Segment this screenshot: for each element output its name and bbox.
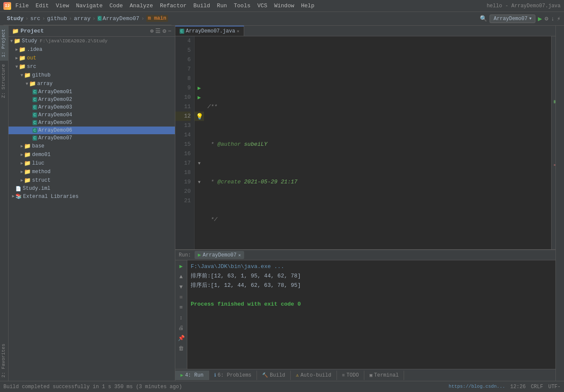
code-editor[interactable]: 4 5 6 7 8 9 10 11 12 13 14 15 16 17 18 1… xyxy=(175,36,555,249)
run-config-label: ArrayDemo07 xyxy=(493,16,527,22)
tree-arraydemo02[interactable]: CArrayDemo02 xyxy=(9,96,175,103)
fold-icon-19[interactable]: ▼ xyxy=(195,177,204,187)
tree-external-libs[interactable]: ►📚External Libraries xyxy=(9,192,175,200)
menu-view[interactable]: View xyxy=(56,3,69,9)
menu-build[interactable]: Build xyxy=(193,3,210,9)
menu-bar[interactable]: File Edit View Navigate Code Analyze Ref… xyxy=(15,3,314,9)
search-toolbar-icon[interactable]: 🔍 xyxy=(480,15,487,22)
autobuild-tab-icon: ⚠ xyxy=(296,372,299,378)
tab-close-button[interactable]: ✕ xyxy=(237,29,239,34)
tree-arrow-demo01: ► xyxy=(21,153,23,157)
run-icon-small: ▶ xyxy=(198,252,201,258)
bulb-icon[interactable]: 💡 xyxy=(195,112,204,121)
breadcrumb-arraydemo07[interactable]: C ArrayDemo07 xyxy=(97,15,139,22)
wrap-button[interactable]: ↕ xyxy=(177,313,186,322)
tree-arraydemo06[interactable]: CArrayDemo06 xyxy=(9,127,175,134)
tree-demo01[interactable]: ►📁demo01 xyxy=(9,150,175,159)
breadcrumb-github[interactable]: github xyxy=(47,15,67,22)
editor-tab-arraydemo07[interactable]: C ArrayDemo07.java ✕ xyxy=(175,26,244,36)
scroll-down-button[interactable]: ▼ xyxy=(177,283,186,291)
print-button[interactable]: 🖨 xyxy=(177,324,186,332)
tree-arraydemo03[interactable]: CArrayDemo03 xyxy=(9,103,175,111)
menu-file[interactable]: File xyxy=(15,3,29,9)
menu-analyze[interactable]: Analyze xyxy=(130,3,153,9)
fold-icon-17[interactable]: ▼ xyxy=(195,159,204,168)
menu-navigate[interactable]: Navigate xyxy=(76,3,103,9)
build-button[interactable]: ⚙ xyxy=(545,15,548,22)
breadcrumb-study[interactable]: Study xyxy=(7,15,24,22)
tree-array[interactable]: ▼ 📁 array xyxy=(9,80,175,88)
menu-refactor[interactable]: Refactor xyxy=(160,3,186,9)
bottom-tab-todo[interactable]: ≡ TODO xyxy=(337,371,364,380)
bottom-tab-build[interactable]: 🔨 Build xyxy=(257,371,291,380)
code-line-8: */ xyxy=(207,215,548,224)
run-tab-arraydemo07[interactable]: ▶ ArrayDemo07 ✕ xyxy=(195,251,244,259)
bottom-tab-run[interactable]: ▶ 4: Run xyxy=(175,371,209,380)
tree-idea[interactable]: ► 📁 .idea xyxy=(9,45,175,54)
arraydemo07-icon: C xyxy=(97,16,102,21)
structure-tab[interactable]: Z: Structure xyxy=(0,61,8,101)
status-charset[interactable]: UTF- xyxy=(548,384,561,390)
breadcrumb-array[interactable]: array xyxy=(74,15,91,22)
status-right: https://blog.csdn... 12:26 CRLF UTF- xyxy=(449,384,561,390)
delete-button[interactable]: 🗑 xyxy=(177,344,186,353)
run-side-toolbar: ▶ ▲ ▼ ■ ≡ ↕ 🖨 📌 🗑 xyxy=(175,260,187,369)
tree-struct[interactable]: ►📁struct xyxy=(9,176,175,185)
bottom-tab-problems[interactable]: ℹ 6: Problems xyxy=(209,371,257,380)
scrollbar-indicator[interactable] xyxy=(551,36,555,249)
tree-arrow-array: ▼ xyxy=(26,82,28,86)
status-bar: Build completed successfully in 1 s 350 … xyxy=(0,381,564,392)
scroll-up-button[interactable]: ▲ xyxy=(177,272,186,281)
menu-run[interactable]: Run xyxy=(217,3,227,9)
run-tab-label: 4: Run xyxy=(185,372,204,378)
favorites-tab[interactable]: 2: Favorites xyxy=(0,340,8,381)
menu-edit[interactable]: Edit xyxy=(35,3,49,9)
menu-code[interactable]: Code xyxy=(109,3,123,9)
tree-out[interactable]: ► 📁 out xyxy=(9,54,175,62)
tree-arraydemo01[interactable]: CArrayDemo01 xyxy=(9,88,175,96)
menu-help[interactable]: Help xyxy=(301,3,314,9)
tree-github[interactable]: ▼ 📁 github xyxy=(9,71,175,80)
tree-root-study[interactable]: ▼ 📁 Study F:\java\IDEA2020.2\Study xyxy=(9,37,175,45)
tree-arraydemo07[interactable]: CArrayDemo07 xyxy=(9,134,175,142)
menu-window[interactable]: Window xyxy=(274,3,294,9)
window-title: hello - ArrayDemo07.java xyxy=(487,3,561,9)
bottom-tab-autobuild[interactable]: ⚠ Auto-build xyxy=(291,371,337,380)
collapse-all-icon[interactable]: ☰ xyxy=(155,27,161,35)
menu-vcs[interactable]: VCS xyxy=(257,3,267,9)
run-arrow-line10[interactable]: ▶ xyxy=(195,93,204,102)
code-content[interactable]: /** * @author subeiLY * @create 2021-05-… xyxy=(204,36,551,249)
tree-src[interactable]: ▼ 📁 src xyxy=(9,62,175,71)
filter-button[interactable]: ≡ xyxy=(177,303,186,312)
coverage-button[interactable]: ↓ xyxy=(551,15,554,22)
run-button[interactable]: ▶ xyxy=(538,15,542,23)
run-tab-name: ArrayDemo07 xyxy=(203,252,236,258)
breadcrumb-src[interactable]: src xyxy=(30,15,40,22)
more-run-options[interactable]: ⚡ xyxy=(557,15,561,22)
run-arrow-line9[interactable]: ▶ xyxy=(195,83,204,93)
pin-button[interactable]: 📌 xyxy=(177,334,186,342)
close-panel-icon[interactable]: − xyxy=(168,28,171,35)
project-tab[interactable]: 1: Project xyxy=(0,26,8,61)
code-line-7: * @create 2021-05-29 21:17 xyxy=(207,177,548,187)
expand-all-icon[interactable]: ⊕ xyxy=(150,27,154,35)
java-icon: C xyxy=(32,120,37,125)
tree-liuc[interactable]: ►📁liuc xyxy=(9,159,175,168)
console-process-text: Process finished with exit code 0 xyxy=(191,300,301,309)
tree-study-iml[interactable]: 📄Study.iml xyxy=(9,185,175,192)
tree-base[interactable]: ►📁base xyxy=(9,142,175,150)
breadcrumb-main[interactable]: m main xyxy=(146,15,168,22)
tree-arraydemo04[interactable]: CArrayDemo04 xyxy=(9,111,175,119)
run-tab-close[interactable]: ✕ xyxy=(238,253,241,258)
bottom-tab-terminal[interactable]: ▣ Terminal xyxy=(364,371,404,380)
rerun-button[interactable]: ▶ xyxy=(177,262,186,271)
settings-icon[interactable]: ⚙ xyxy=(162,27,166,35)
blog-link[interactable]: https://blog.csdn... xyxy=(449,384,505,390)
arraydemo05-label: ArrayDemo05 xyxy=(38,120,72,126)
run-config-selector[interactable]: ArrayDemo07 ▼ xyxy=(490,15,535,23)
tree-arraydemo05[interactable]: CArrayDemo05 xyxy=(9,119,175,127)
status-crlf[interactable]: CRLF xyxy=(531,384,543,390)
stop-button[interactable]: ■ xyxy=(177,293,186,301)
menu-tools[interactable]: Tools xyxy=(234,3,251,9)
tree-method[interactable]: ►📁method xyxy=(9,168,175,176)
